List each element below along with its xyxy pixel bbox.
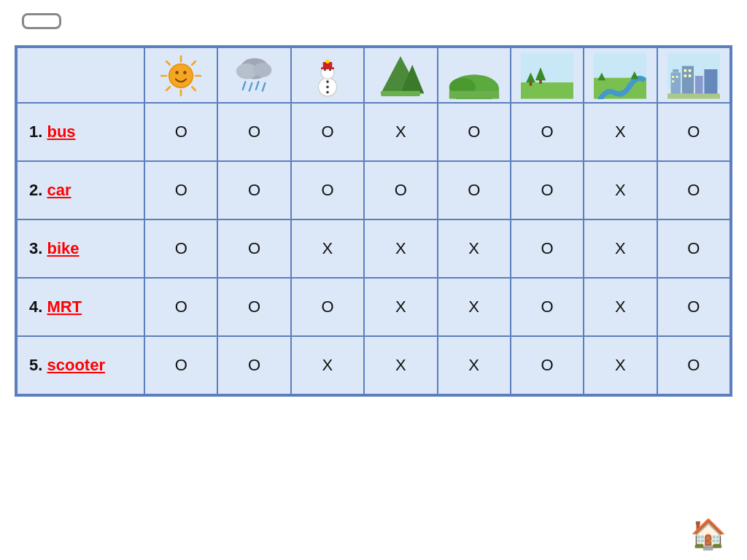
cell-value: X xyxy=(584,103,657,161)
svg-rect-56 xyxy=(689,74,692,77)
cell-value: O xyxy=(511,336,584,394)
svg-rect-52 xyxy=(672,80,674,82)
svg-rect-35 xyxy=(521,82,573,99)
cell-value: O xyxy=(657,336,730,394)
row-number: 1. xyxy=(29,122,47,141)
header-mountain xyxy=(364,47,437,103)
cell-value: O xyxy=(217,336,290,394)
header-sunny xyxy=(144,47,217,103)
header-rainy xyxy=(217,47,290,103)
cell-value: X xyxy=(438,336,511,394)
svg-line-6 xyxy=(192,87,196,90)
header-city xyxy=(657,47,730,103)
svg-rect-49 xyxy=(704,69,717,96)
svg-line-15 xyxy=(249,83,252,91)
svg-rect-46 xyxy=(673,69,678,73)
header-river xyxy=(584,47,657,103)
cell-value: X xyxy=(584,336,657,394)
svg-rect-47 xyxy=(682,66,694,96)
cell-value: O xyxy=(144,103,217,161)
main-table-wrapper: 1. busOOOXOOXO2. carOOOOOOXO3. bikeOOXXX… xyxy=(15,45,732,397)
table-row: 4. MRTOOOXXOXO xyxy=(17,278,730,336)
svg-point-13 xyxy=(253,63,271,77)
table-row: 5. scooterOOXXXOXO xyxy=(17,336,730,394)
cell-value: O xyxy=(144,336,217,394)
cell-value: O xyxy=(657,219,730,278)
transport-name[interactable]: car xyxy=(47,181,71,199)
cell-value: X xyxy=(291,219,364,278)
svg-point-9 xyxy=(176,71,179,74)
cell-value: X xyxy=(364,278,437,336)
cell-value: O xyxy=(144,161,217,219)
svg-rect-30 xyxy=(381,91,420,96)
header-hill xyxy=(438,47,511,103)
snowy-icon xyxy=(293,52,362,99)
cell-value: O xyxy=(217,161,290,219)
table-row: 3. bikeOOXXXOXO xyxy=(17,219,730,278)
cell-value: X xyxy=(584,219,657,278)
transport-name[interactable]: bike xyxy=(47,239,79,257)
transport-name[interactable]: MRT xyxy=(47,298,82,316)
svg-line-8 xyxy=(166,87,170,90)
cell-value: O xyxy=(217,278,290,336)
svg-point-10 xyxy=(183,71,187,74)
cell-value: X xyxy=(584,161,657,219)
cell-value: O xyxy=(511,219,584,278)
transport-label: 5. scooter xyxy=(17,336,144,394)
cell-value: X xyxy=(364,219,437,278)
row-number: 4. xyxy=(29,298,47,316)
table-row: 2. carOOOOOOXO xyxy=(17,161,730,219)
svg-rect-55 xyxy=(684,74,686,77)
svg-rect-48 xyxy=(695,76,703,96)
sunny-icon xyxy=(147,52,215,99)
cell-value: X xyxy=(291,336,364,394)
transport-label: 4. MRT xyxy=(17,278,144,336)
city-icon xyxy=(659,52,728,99)
cell-value: O xyxy=(438,161,511,219)
header-plain xyxy=(511,47,584,103)
svg-point-0 xyxy=(169,64,193,88)
cell-value: X xyxy=(438,278,511,336)
table-header-row xyxy=(17,47,730,103)
svg-line-17 xyxy=(262,83,265,91)
table-body: 1. busOOOXOOXO2. carOOOOOOXO3. bikeOOXXX… xyxy=(17,103,730,394)
cell-value: O xyxy=(657,161,730,219)
row-number: 3. xyxy=(29,239,47,257)
cell-value: O xyxy=(144,219,217,278)
svg-line-16 xyxy=(255,82,258,90)
svg-point-26 xyxy=(326,86,329,89)
river-icon xyxy=(586,52,654,99)
svg-point-23 xyxy=(324,69,326,71)
svg-line-7 xyxy=(192,61,196,65)
svg-point-27 xyxy=(326,91,329,94)
svg-line-5 xyxy=(166,61,170,65)
transport-label: 1. bus xyxy=(17,103,144,161)
svg-rect-39 xyxy=(539,79,542,83)
worksheet-table: 1. busOOOXOOXO2. carOOOOOOXO3. bikeOOXXX… xyxy=(16,47,731,395)
plain-icon xyxy=(513,52,581,99)
svg-line-14 xyxy=(242,82,245,90)
cell-value: O xyxy=(511,161,584,219)
cell-value: O xyxy=(217,219,290,278)
cell-value: O xyxy=(511,278,584,336)
svg-rect-21 xyxy=(321,67,334,69)
cell-value: O xyxy=(291,278,364,336)
cell-value: O xyxy=(144,278,217,336)
home-icon[interactable]: 🏠 xyxy=(690,517,727,551)
cell-value: X xyxy=(364,336,437,394)
svg-rect-33 xyxy=(449,91,498,99)
cell-value: O xyxy=(511,103,584,161)
transport-name[interactable]: scooter xyxy=(47,356,104,374)
svg-rect-37 xyxy=(530,82,533,85)
cell-value: O xyxy=(291,103,364,161)
cell-value: O xyxy=(364,161,437,219)
rainy-icon xyxy=(220,52,288,99)
hill-icon xyxy=(440,52,508,99)
cell-value: O xyxy=(217,103,290,161)
cell-value: X xyxy=(438,219,511,278)
mountain-icon xyxy=(366,52,435,99)
cell-value: X xyxy=(584,278,657,336)
transport-name[interactable]: bus xyxy=(47,122,75,141)
svg-rect-53 xyxy=(684,69,686,72)
header-empty xyxy=(17,47,144,103)
